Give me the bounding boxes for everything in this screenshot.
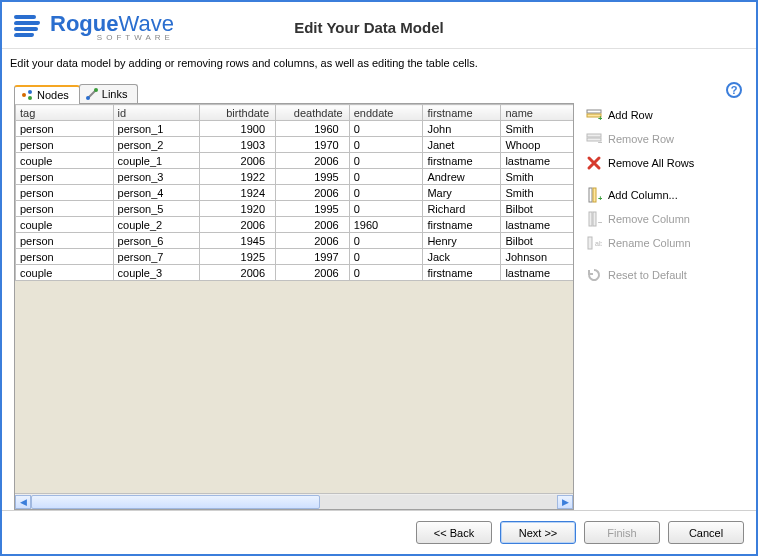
tab-links[interactable]: Links — [79, 84, 139, 103]
cell-firstname[interactable]: Richard — [423, 201, 501, 217]
cell-name[interactable]: Johnson — [501, 249, 573, 265]
column-header-id[interactable]: id — [113, 105, 200, 121]
cell-tag[interactable]: couple — [16, 153, 114, 169]
scroll-right-icon[interactable]: ▶ — [557, 495, 573, 509]
cell-name[interactable]: lastname — [501, 265, 573, 281]
cell-deathdate[interactable]: 2006 — [276, 153, 350, 169]
cell-firstname[interactable]: Janet — [423, 137, 501, 153]
cell-deathdate[interactable]: 1995 — [276, 201, 350, 217]
cell-name[interactable]: Smith — [501, 185, 573, 201]
cell-tag[interactable]: person — [16, 185, 114, 201]
column-header-name[interactable]: name — [501, 105, 573, 121]
table-row[interactable]: personperson_4192420060MarySmithAdvoc — [16, 185, 574, 201]
cell-firstname[interactable]: John — [423, 121, 501, 137]
cell-deathdate[interactable]: 1995 — [276, 169, 350, 185]
cell-firstname[interactable]: Andrew — [423, 169, 501, 185]
cell-enddate[interactable]: 0 — [349, 249, 423, 265]
next-button[interactable]: Next >> — [500, 521, 576, 544]
cell-firstname[interactable]: firstname — [423, 217, 501, 233]
column-header-firstname[interactable]: firstname — [423, 105, 501, 121]
cell-enddate[interactable]: 0 — [349, 169, 423, 185]
horizontal-scrollbar[interactable]: ◀ ▶ — [15, 493, 573, 509]
cell-deathdate[interactable]: 2006 — [276, 265, 350, 281]
cell-id[interactable]: couple_3 — [113, 265, 200, 281]
cell-id[interactable]: person_5 — [113, 201, 200, 217]
cell-birthdate[interactable]: 1945 — [200, 233, 276, 249]
cell-name[interactable]: lastname — [501, 153, 573, 169]
cell-firstname[interactable]: firstname — [423, 265, 501, 281]
add-row-button[interactable]: + Add Row — [584, 103, 744, 127]
cell-name[interactable]: lastname — [501, 217, 573, 233]
table-row[interactable]: couplecouple_1200620060firstnamelastname… — [16, 153, 574, 169]
cell-deathdate[interactable]: 1997 — [276, 249, 350, 265]
cell-id[interactable]: person_7 — [113, 249, 200, 265]
cell-tag[interactable]: person — [16, 137, 114, 153]
cell-firstname[interactable]: firstname — [423, 153, 501, 169]
cell-birthdate[interactable]: 1903 — [200, 137, 276, 153]
table-row[interactable]: personperson_3192219950AndrewSmithengine — [16, 169, 574, 185]
cell-birthdate[interactable]: 2006 — [200, 217, 276, 233]
cell-deathdate[interactable]: 2006 — [276, 233, 350, 249]
cell-id[interactable]: person_3 — [113, 169, 200, 185]
cell-enddate[interactable]: 0 — [349, 137, 423, 153]
remove-all-rows-button[interactable]: Remove All Rows — [584, 151, 744, 175]
cell-id[interactable]: couple_1 — [113, 153, 200, 169]
cell-tag[interactable]: person — [16, 201, 114, 217]
cell-birthdate[interactable]: 1925 — [200, 249, 276, 265]
cell-birthdate[interactable]: 1920 — [200, 201, 276, 217]
cell-tag[interactable]: person — [16, 249, 114, 265]
cell-birthdate[interactable]: 1922 — [200, 169, 276, 185]
cell-enddate[interactable]: 1960 — [349, 217, 423, 233]
add-column-button[interactable]: + Add Column... — [584, 183, 744, 207]
cell-name[interactable]: Smith — [501, 169, 573, 185]
cell-tag[interactable]: couple — [16, 265, 114, 281]
cell-birthdate[interactable]: 1924 — [200, 185, 276, 201]
cell-firstname[interactable]: Mary — [423, 185, 501, 201]
cell-birthdate[interactable]: 2006 — [200, 265, 276, 281]
column-header-deathdate[interactable]: deathdate — [276, 105, 350, 121]
cell-deathdate[interactable]: 2006 — [276, 185, 350, 201]
table-row[interactable]: couplecouple_2200620061960firstnamelastn… — [16, 217, 574, 233]
scroll-thumb[interactable] — [31, 495, 320, 509]
tab-nodes[interactable]: Nodes — [14, 85, 80, 104]
cell-firstname[interactable]: Henry — [423, 233, 501, 249]
help-icon[interactable]: ? — [726, 82, 742, 98]
cancel-button[interactable]: Cancel — [668, 521, 744, 544]
scroll-track[interactable] — [31, 495, 557, 509]
cell-birthdate[interactable]: 1900 — [200, 121, 276, 137]
cell-id[interactable]: person_1 — [113, 121, 200, 137]
table-row[interactable]: personperson_1190019600JohnSmithteache — [16, 121, 574, 137]
cell-deathdate[interactable]: 1970 — [276, 137, 350, 153]
table-row[interactable]: personperson_5192019950RichardBilbotWrit… — [16, 201, 574, 217]
cell-id[interactable]: couple_2 — [113, 217, 200, 233]
cell-firstname[interactable]: Jack — [423, 249, 501, 265]
table-row[interactable]: couplecouple_3200620060firstnamelastname… — [16, 265, 574, 281]
cell-name[interactable]: Whoop — [501, 137, 573, 153]
cell-enddate[interactable]: 0 — [349, 265, 423, 281]
cell-enddate[interactable]: 0 — [349, 233, 423, 249]
cell-deathdate[interactable]: 2006 — [276, 217, 350, 233]
column-header-enddate[interactable]: enddate — [349, 105, 423, 121]
column-header-birthdate[interactable]: birthdate — [200, 105, 276, 121]
table-row[interactable]: personperson_7192519970JackJohnsonTechn — [16, 249, 574, 265]
cell-tag[interactable]: person — [16, 121, 114, 137]
data-grid[interactable]: tagidbirthdatedeathdateenddatefirstnamen… — [15, 104, 573, 281]
cell-enddate[interactable]: 0 — [349, 121, 423, 137]
cell-name[interactable]: Bilbot — [501, 233, 573, 249]
cell-id[interactable]: person_6 — [113, 233, 200, 249]
table-row[interactable]: personperson_6194520060HenryBilbotDriver — [16, 233, 574, 249]
column-header-tag[interactable]: tag — [16, 105, 114, 121]
cell-tag[interactable]: person — [16, 233, 114, 249]
cell-enddate[interactable]: 0 — [349, 201, 423, 217]
cell-id[interactable]: person_4 — [113, 185, 200, 201]
cell-enddate[interactable]: 0 — [349, 185, 423, 201]
cell-birthdate[interactable]: 2006 — [200, 153, 276, 169]
table-row[interactable]: personperson_2190319700JanetWhoopPlayer — [16, 137, 574, 153]
cell-id[interactable]: person_2 — [113, 137, 200, 153]
cell-enddate[interactable]: 0 — [349, 153, 423, 169]
cell-tag[interactable]: couple — [16, 217, 114, 233]
cell-name[interactable]: Bilbot — [501, 201, 573, 217]
back-button[interactable]: << Back — [416, 521, 492, 544]
cell-name[interactable]: Smith — [501, 121, 573, 137]
cell-tag[interactable]: person — [16, 169, 114, 185]
